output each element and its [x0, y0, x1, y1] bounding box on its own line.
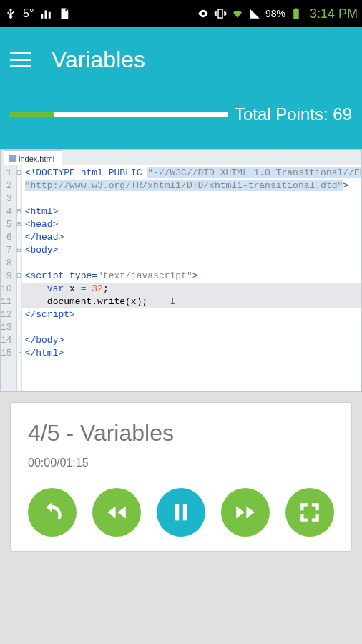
svg-rect-6 — [183, 504, 187, 521]
code-token: </head> — [25, 232, 64, 243]
code-token: </script> — [25, 309, 75, 320]
code-token: x — [64, 283, 80, 294]
code-token: document.write(x); — [25, 296, 148, 307]
skip-forward-icon — [233, 500, 258, 525]
progress-track[interactable] — [10, 112, 228, 117]
code-token: <head> — [25, 219, 59, 230]
signal-icon — [248, 7, 261, 20]
svg-rect-2 — [49, 12, 51, 19]
code-lines: <!DOCTYPE html PUBLIC "-//W3C//DTD XHTML… — [22, 165, 362, 391]
code-token: <script type= — [25, 270, 97, 281]
forward-button[interactable] — [221, 488, 270, 537]
svg-rect-1 — [45, 11, 47, 19]
battery-icon — [290, 7, 303, 20]
fold-column: ⊟ ⊟ ⊟ │ ⊟ ⊟ │ │ │ │ └ — [17, 165, 22, 391]
svg-rect-4 — [295, 9, 297, 10]
line-gutter: 1 2 3 4 5 6 7 8 9 10 11 12 13 14 15 — [1, 165, 17, 391]
code-token: var — [25, 283, 64, 294]
clock-time: 3:14 PM — [310, 6, 358, 21]
points-label: Total Points: 69 — [235, 104, 352, 125]
player-card: 4/5 - Variables 00:00/01:15 — [10, 402, 352, 552]
code-body: 1 2 3 4 5 6 7 8 9 10 11 12 13 14 15 ⊟ ⊟ … — [1, 165, 361, 391]
vibrate-icon — [214, 7, 227, 20]
editor-tab-label: index.html — [19, 155, 54, 163]
back-button[interactable] — [28, 488, 77, 537]
svg-rect-5 — [175, 504, 180, 521]
lesson-title: 4/5 - Variables — [28, 420, 334, 447]
code-token: 32 — [86, 283, 102, 294]
wifi-icon — [231, 7, 244, 20]
code-token: <!DOCTYPE html PUBLIC — [25, 167, 148, 178]
svg-rect-0 — [41, 14, 44, 19]
page-title: Variables — [52, 47, 145, 73]
pause-button[interactable] — [157, 488, 205, 537]
progress-fill — [10, 112, 54, 117]
app-bar: Variables — [0, 27, 362, 92]
progress-bar-area: Total Points: 69 — [0, 92, 362, 149]
player-controls — [28, 488, 334, 537]
status-bar: 5° 98% 3:14 PM — [0, 0, 362, 27]
temperature: 5° — [23, 7, 34, 20]
text-cursor-icon: I — [170, 296, 176, 307]
status-right: 98% 3:14 PM — [197, 6, 358, 21]
playback-time: 00:00/01:15 — [28, 457, 334, 469]
usb-icon — [4, 7, 17, 20]
battery-pct: 98% — [265, 8, 285, 19]
code-token: <body> — [25, 245, 59, 255]
code-token: > — [343, 180, 348, 191]
skip-back-icon — [104, 500, 129, 525]
rewind-button[interactable] — [92, 488, 141, 537]
code-token: </html> — [25, 348, 64, 358]
code-token: ; — [103, 283, 109, 294]
document-icon — [58, 7, 71, 20]
undo-icon — [40, 500, 64, 525]
fullscreen-icon — [298, 500, 322, 525]
chart-icon — [39, 7, 52, 20]
code-token: </body> — [25, 335, 64, 346]
pause-icon — [169, 500, 193, 525]
code-token: <html> — [25, 206, 59, 217]
code-token: "text/javascript" — [97, 270, 192, 281]
menu-icon[interactable] — [10, 52, 31, 67]
svg-rect-3 — [293, 9, 299, 19]
status-left: 5° — [4, 7, 71, 20]
editor-tabstrip: index.html — [1, 150, 361, 165]
code-token: "-//W3C//DTD XHTML 1.0 Transitional//EN" — [147, 167, 362, 178]
code-token: > — [192, 270, 198, 281]
code-token: "http://www.w3.org/TR/xhtml1/DTD/xhtml1-… — [25, 180, 343, 191]
eye-icon — [197, 7, 210, 20]
video-area[interactable]: index.html 1 2 3 4 5 6 7 8 9 10 11 12 13… — [0, 149, 362, 392]
editor-tab: index.html — [4, 150, 62, 165]
file-icon — [9, 155, 16, 162]
fullscreen-button[interactable] — [285, 488, 334, 537]
